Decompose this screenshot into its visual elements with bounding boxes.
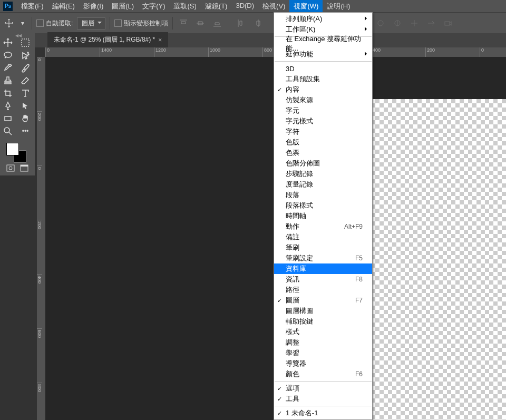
quick-select-tool[interactable] (17, 49, 33, 62)
quick-mask-icon[interactable] (5, 164, 16, 172)
menu-item-label: 延伸功能 (286, 50, 313, 59)
color-swatches[interactable] (0, 141, 35, 162)
menu-item[interactable]: 工具 (274, 394, 372, 404)
menu-item[interactable]: 步驟記錄 (274, 169, 372, 179)
move-tool[interactable] (0, 36, 16, 49)
menu-item[interactable]: 導覽器 (274, 358, 372, 369)
align-bottom-icon[interactable] (211, 17, 223, 30)
menu-item-label: 調整 (286, 338, 299, 347)
menu-item[interactable]: 內容 (274, 84, 372, 95)
pen-tool[interactable] (0, 100, 16, 112)
align-vcenter-icon[interactable] (194, 17, 207, 30)
edit-toolbar[interactable]: ••• (17, 125, 33, 138)
dropdown-icon[interactable]: ▾ (18, 18, 27, 28)
document-canvas[interactable] (371, 99, 506, 420)
menu-item[interactable]: 延伸功能 (274, 49, 372, 60)
menu-item-label: 時間軸 (286, 211, 306, 221)
menu-item-label: 備註 (286, 232, 299, 242)
type-tool[interactable] (17, 87, 33, 100)
path-select-tool[interactable] (17, 100, 33, 112)
menu-檔案[interactable]: 檔案(F) (17, 0, 48, 13)
menu-item[interactable]: 色票 (274, 148, 372, 158)
brush-tool[interactable] (17, 62, 33, 74)
menu-item-label: 工作區(K) (286, 25, 315, 34)
align-top-icon[interactable] (177, 17, 190, 30)
ruler-tick: 200 (37, 220, 42, 274)
menu-item[interactable]: 筆刷 (274, 242, 372, 253)
menu-item[interactable]: 字符 (274, 126, 372, 137)
menu-圖層[interactable]: 圖層(L) (108, 0, 138, 13)
menu-item[interactable]: 顏色F6 (274, 369, 372, 379)
menu-item[interactable]: 1 未命名-1 (274, 408, 372, 418)
vertical-ruler: 0200020040060080010001200140016001800200… (37, 57, 45, 420)
auto-select-checkbox[interactable]: 自動選取: (36, 19, 73, 28)
menu-item[interactable]: 色階分佈圖 (274, 158, 372, 169)
menu-item[interactable]: 色版 (274, 137, 372, 148)
menu-濾鏡[interactable]: 濾鏡(T) (201, 0, 232, 13)
menu-item[interactable]: 圖層構圖 (274, 306, 372, 316)
menu-item[interactable]: 字元樣式 (274, 116, 372, 126)
menu-3d[interactable]: 3D(D) (231, 0, 258, 13)
menu-item-label: 色版 (286, 138, 299, 147)
align-hcenter-icon[interactable] (252, 17, 265, 30)
menu-item[interactable]: 資訊F8 (274, 274, 372, 285)
auto-select-target-dropdown[interactable]: 圖層 (77, 17, 105, 30)
ruler-tick: 400 (37, 274, 42, 328)
menu-說明[interactable]: 說明(H) (323, 0, 354, 13)
menu-item[interactable]: 選項 (274, 383, 372, 394)
close-tab-icon[interactable]: × (158, 36, 162, 44)
menu-item[interactable]: 工具預設集 (274, 74, 372, 84)
menu-item[interactable]: 仿製來源 (274, 95, 372, 105)
menu-item[interactable]: 段落 (274, 190, 372, 200)
menu-item[interactable]: 時間軸 (274, 211, 372, 221)
crop-tool[interactable] (0, 87, 16, 100)
align-left-icon[interactable] (235, 17, 248, 30)
lasso-tool[interactable] (0, 49, 16, 62)
collapse-handle-icon[interactable]: ◀◀ (0, 33, 37, 37)
svg-point-5 (28, 54, 29, 55)
menu-文字[interactable]: 文字(Y) (138, 0, 169, 13)
zoom-tool[interactable] (0, 125, 16, 138)
menu-編輯[interactable]: 編輯(E) (48, 0, 79, 13)
stamp-tool[interactable] (0, 74, 16, 87)
separator (110, 17, 110, 30)
menu-選取[interactable]: 選取(S) (169, 0, 200, 13)
ruler-tick: 0 (37, 57, 42, 111)
rectangle-tool[interactable] (0, 112, 16, 125)
menu-item[interactable]: 段落樣式 (274, 200, 372, 211)
menu-視窗[interactable]: 視窗(W) (289, 0, 323, 13)
menu-item[interactable]: 學習 (274, 348, 372, 358)
eyedropper-tool[interactable] (0, 62, 16, 74)
menu-item[interactable]: 度量記錄 (274, 179, 372, 190)
menu-item[interactable]: 輔助按鍵 (274, 316, 372, 327)
menu-item[interactable]: 工作區(K) (274, 24, 372, 35)
menu-item[interactable]: 3D (274, 63, 372, 74)
menu-item[interactable]: 備註 (274, 232, 372, 242)
menu-item[interactable]: 調整 (274, 337, 372, 348)
shortcut-label: F8 (355, 276, 363, 283)
menu-item[interactable]: 筆刷設定F5 (274, 253, 372, 263)
menu-檢視[interactable]: 檢視(V) (258, 0, 289, 13)
menu-item-label: 工具預設集 (286, 74, 320, 84)
menu-item[interactable]: 排列順序(A) (274, 14, 372, 24)
menu-item-label: 圖層構圖 (286, 306, 313, 316)
foreground-color-swatch[interactable] (6, 143, 19, 155)
marquee-tool[interactable] (17, 36, 33, 49)
menu-item-label: 步驟記錄 (286, 169, 313, 179)
menu-item-label: 學習 (286, 348, 299, 358)
menu-item[interactable]: 在 Exchange 搜尋延伸功能... (274, 38, 372, 49)
menu-item[interactable]: 動作Alt+F9 (274, 221, 372, 232)
menu-影像[interactable]: 影像(I) (79, 0, 108, 13)
document-tab[interactable]: 未命名-1 @ 25% (圖層 1, RGB/8#) * × (47, 32, 168, 47)
svg-point-7 (4, 128, 9, 133)
menu-item[interactable]: 字元 (274, 105, 372, 116)
transform-controls-checkbox[interactable]: 顯示變形控制項 (114, 19, 168, 28)
menu-item[interactable]: 樣式 (274, 327, 372, 337)
eraser-tool[interactable] (17, 74, 33, 87)
document-tab-title: 未命名-1 @ 25% (圖層 1, RGB/8#) * (54, 35, 155, 44)
screen-mode-icon[interactable] (19, 164, 30, 172)
menu-item[interactable]: 資料庫 (274, 263, 372, 274)
hand-tool[interactable] (17, 112, 33, 125)
menu-item[interactable]: 路徑 (274, 285, 372, 295)
menu-item[interactable]: 圖層F7 (274, 295, 372, 306)
